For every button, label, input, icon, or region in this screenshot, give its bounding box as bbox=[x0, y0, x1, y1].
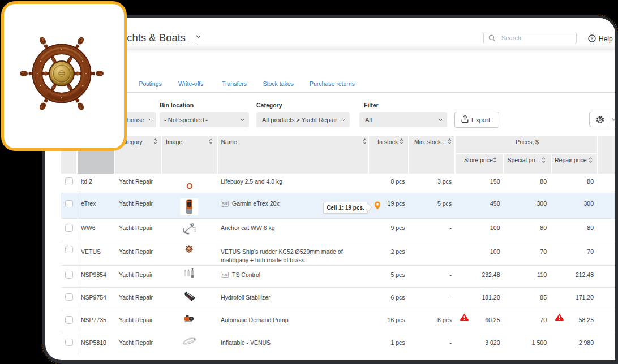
svg-text:?: ? bbox=[590, 36, 593, 41]
